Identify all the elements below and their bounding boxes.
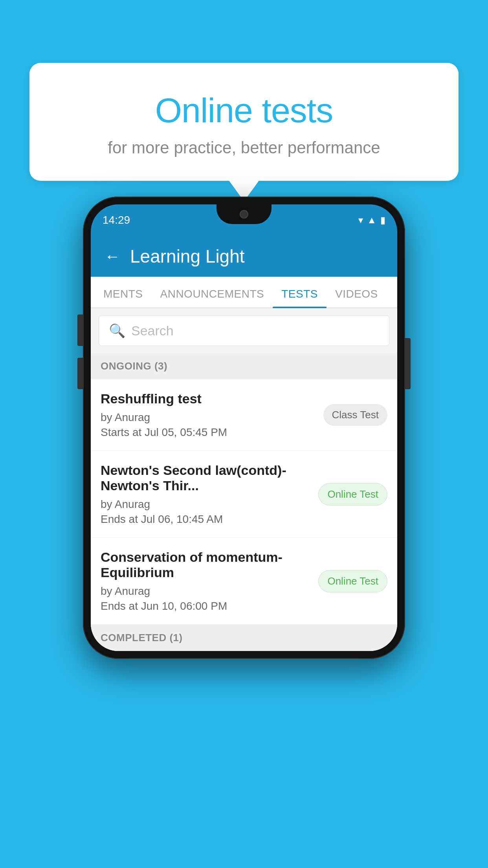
test-badge-online: Online Test	[318, 570, 387, 592]
test-author: by Anurag	[101, 411, 316, 424]
ongoing-section-header: ONGOING (3)	[91, 353, 397, 379]
tab-ments[interactable]: MENTS	[95, 277, 152, 307]
search-placeholder: Search	[131, 323, 174, 338]
test-info: Conservation of momentum-Equilibrium by …	[101, 550, 318, 612]
test-author: by Anurag	[101, 585, 310, 598]
test-item[interactable]: Conservation of momentum-Equilibrium by …	[91, 538, 397, 625]
notch	[216, 204, 272, 224]
status-time: 14:29	[103, 214, 130, 226]
test-badge-online: Online Test	[318, 483, 387, 506]
battery-icon: ▮	[380, 215, 385, 226]
test-item[interactable]: Reshuffling test by Anurag Starts at Jul…	[91, 379, 397, 451]
phone-frame: 14:29 ▾ ▲ ▮ ← Learning Light MENTS ANNOU…	[83, 197, 405, 659]
tab-videos[interactable]: VIDEOS	[327, 277, 387, 307]
test-date: Ends at Jul 06, 10:45 AM	[101, 513, 310, 526]
test-name: Reshuffling test	[101, 391, 316, 406]
tabs-bar: MENTS ANNOUNCEMENTS TESTS VIDEOS	[91, 277, 397, 308]
speech-bubble: Online tests for more practice, better p…	[29, 63, 459, 181]
camera	[240, 210, 248, 219]
test-item[interactable]: Newton's Second law(contd)-Newton's Thir…	[91, 451, 397, 538]
signal-icon: ▲	[367, 215, 376, 226]
status-icons: ▾ ▲ ▮	[358, 215, 385, 226]
volume-down-button[interactable]	[77, 358, 83, 389]
power-button[interactable]	[405, 338, 411, 389]
tab-tests[interactable]: TESTS	[273, 277, 327, 307]
test-date: Ends at Jun 10, 06:00 PM	[101, 600, 310, 612]
phone-screen: ← Learning Light MENTS ANNOUNCEMENTS TES…	[91, 236, 397, 651]
speech-bubble-container: Online tests for more practice, better p…	[29, 63, 459, 181]
test-name: Newton's Second law(contd)-Newton's Thir…	[101, 463, 310, 493]
test-date: Starts at Jul 05, 05:45 PM	[101, 426, 316, 439]
speech-bubble-subtitle: for more practice, better performance	[53, 138, 435, 157]
app-header: ← Learning Light	[91, 236, 397, 277]
app-title: Learning Light	[130, 246, 245, 267]
test-badge-class: Class Test	[323, 404, 387, 426]
completed-section-header: COMPLETED (1)	[91, 625, 397, 651]
speech-bubble-title: Online tests	[53, 90, 435, 131]
search-container: 🔍 Search	[91, 308, 397, 353]
tab-announcements[interactable]: ANNOUNCEMENTS	[152, 277, 273, 307]
test-name: Conservation of momentum-Equilibrium	[101, 550, 310, 580]
test-info: Newton's Second law(contd)-Newton's Thir…	[101, 463, 318, 526]
wifi-icon: ▾	[358, 215, 363, 226]
phone-wrapper: 14:29 ▾ ▲ ▮ ← Learning Light MENTS ANNOU…	[83, 197, 405, 659]
volume-up-button[interactable]	[77, 314, 83, 346]
test-info: Reshuffling test by Anurag Starts at Jul…	[101, 391, 323, 439]
search-icon: 🔍	[109, 323, 125, 338]
status-bar: 14:29 ▾ ▲ ▮	[91, 204, 397, 236]
back-button[interactable]: ←	[105, 248, 120, 265]
test-author: by Anurag	[101, 498, 310, 511]
search-bar[interactable]: 🔍 Search	[99, 315, 389, 346]
